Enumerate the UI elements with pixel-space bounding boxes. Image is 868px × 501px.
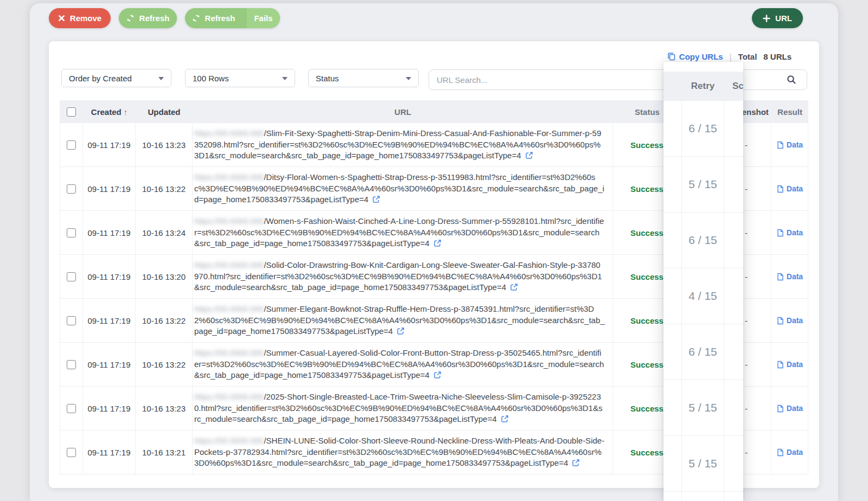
row-checkbox[interactable]: [67, 228, 76, 237]
data-link[interactable]: Data: [776, 360, 803, 369]
file-icon: [776, 229, 784, 237]
file-icon: [776, 317, 784, 325]
result-cell: Data: [771, 167, 808, 210]
data-link[interactable]: Data: [776, 448, 803, 457]
rows-per-page-select[interactable]: 100 Rows: [185, 69, 295, 87]
external-link-icon[interactable]: [572, 459, 580, 467]
drag-panel-cell: [724, 157, 743, 212]
row-checkbox[interactable]: [67, 360, 76, 369]
data-link[interactable]: Data: [776, 404, 803, 413]
updated-cell: 10-16 13:22: [136, 343, 193, 386]
drag-panel-cell: [663, 324, 681, 380]
file-icon: [776, 404, 784, 413]
data-link[interactable]: Data: [776, 228, 803, 237]
data-link-label: Data: [787, 228, 803, 237]
row-checkbox[interactable]: [67, 140, 76, 150]
drag-panel-cell: [724, 324, 743, 380]
data-link[interactable]: Data: [776, 140, 803, 149]
screenshot-value: -: [745, 140, 748, 150]
drag-panel-retry-cell: 6 / 15: [681, 101, 724, 156]
redacted-domain: https://00.0000.000: [194, 172, 264, 182]
external-link-icon[interactable]: [372, 195, 380, 203]
created-value: 09-11 17:19: [88, 228, 131, 237]
row-checkbox-cell: [60, 211, 83, 254]
header-url[interactable]: URL: [193, 100, 613, 123]
status-filter-select[interactable]: Status: [308, 69, 419, 87]
header-result[interactable]: Result: [771, 100, 808, 123]
remove-button[interactable]: Remove: [49, 8, 111, 28]
retry-column-drag-panel[interactable]: Retry Sc 6 / 15 5 / 15 6 / 15 4 / 15 6 /…: [663, 62, 743, 501]
header-checkbox-cell: [60, 100, 83, 123]
external-link-icon[interactable]: [397, 327, 405, 335]
drag-panel-top-strip: [663, 62, 743, 72]
refresh-fails-fails-segment[interactable]: Fails: [247, 8, 280, 28]
order-by-select[interactable]: Order by Created: [61, 69, 171, 87]
updated-cell: 10-16 13:21: [136, 431, 193, 474]
created-cell: 09-11 17:19: [83, 299, 136, 342]
row-checkbox[interactable]: [67, 448, 76, 457]
refresh-fails-fails-label: Fails: [254, 14, 272, 23]
row-checkbox[interactable]: [67, 184, 76, 194]
result-cell: Data: [771, 299, 808, 342]
drag-panel-body: 6 / 15 5 / 15 6 / 15 4 / 15 6 / 15 5 / 1…: [663, 101, 743, 492]
created-value: 09-11 17:19: [88, 360, 131, 369]
close-icon: [58, 15, 65, 22]
drag-panel-cell: [724, 101, 743, 156]
refresh-fails-button[interactable]: Refresh Fails: [185, 8, 280, 28]
created-cell: 09-11 17:19: [83, 343, 136, 386]
screenshot-value: -: [745, 360, 748, 369]
result-cell: Data: [771, 255, 808, 298]
copy-urls-link[interactable]: Copy URLs: [667, 52, 723, 61]
updated-cell: 10-16 13:24: [136, 211, 193, 254]
drag-panel-row: 6 / 15: [663, 213, 743, 268]
header-created[interactable]: Created ↑: [83, 100, 136, 123]
sort-ascending-icon[interactable]: ↑: [124, 107, 128, 117]
retry-count: 6 / 15: [688, 345, 717, 358]
external-link-icon[interactable]: [525, 151, 533, 159]
header-updated[interactable]: Updated: [136, 100, 193, 123]
result-cell: Data: [771, 431, 808, 474]
result-cell: Data: [771, 343, 808, 386]
status-filter-select-value: Status: [316, 74, 339, 83]
created-value: 09-11 17:19: [88, 184, 131, 194]
url-cell: https://00.0000.000/Solid-Color-Drawstri…: [193, 255, 613, 298]
created-cell: 09-11 17:19: [83, 123, 136, 166]
copy-icon: [667, 52, 676, 61]
drag-panel-cell: [663, 492, 681, 501]
data-link[interactable]: Data: [776, 184, 803, 193]
created-cell: 09-11 17:19: [83, 255, 136, 298]
chevron-down-icon: [406, 77, 411, 80]
status-badge: Success: [630, 140, 663, 150]
search-icon[interactable]: [787, 75, 796, 85]
data-link[interactable]: Data: [776, 272, 803, 281]
order-by-select-value: Order by Created: [69, 74, 132, 83]
redacted-domain: https://00.0000.000: [194, 260, 264, 269]
data-link[interactable]: Data: [776, 316, 803, 325]
screenshot-value: -: [745, 184, 748, 194]
url-search-input[interactable]: [429, 69, 807, 90]
url-cell: https://00.0000.000/SHEIN-LUNE-Solid-Col…: [193, 431, 613, 474]
refresh-fails-refresh-segment[interactable]: Refresh: [185, 8, 242, 28]
add-url-button[interactable]: URL: [752, 8, 803, 28]
row-checkbox[interactable]: [67, 316, 76, 325]
refresh-fails-refresh-label: Refresh: [205, 14, 235, 23]
drag-panel-row: 6 / 15: [663, 324, 743, 380]
data-link-label: Data: [787, 404, 803, 413]
refresh-button[interactable]: Refresh: [119, 8, 177, 28]
drag-panel-cell: [724, 213, 743, 268]
created-value: 09-11 17:19: [88, 272, 131, 281]
row-checkbox[interactable]: [67, 272, 76, 281]
row-checkbox[interactable]: [67, 404, 76, 413]
file-icon: [776, 361, 784, 369]
url-search-box: [429, 69, 807, 90]
drag-panel-row: 5 / 15: [663, 380, 743, 436]
external-link-icon[interactable]: [433, 371, 442, 379]
row-checkbox-cell: [60, 167, 83, 210]
retry-count: 6 / 15: [688, 234, 717, 247]
url-cell: https://00.0000.000/Summer-Elegant-Bowkn…: [193, 299, 613, 342]
external-link-icon[interactable]: [501, 415, 509, 423]
external-link-icon[interactable]: [510, 283, 518, 291]
row-checkbox-cell: [60, 123, 83, 166]
external-link-icon[interactable]: [433, 239, 442, 247]
select-all-checkbox[interactable]: [67, 107, 76, 117]
